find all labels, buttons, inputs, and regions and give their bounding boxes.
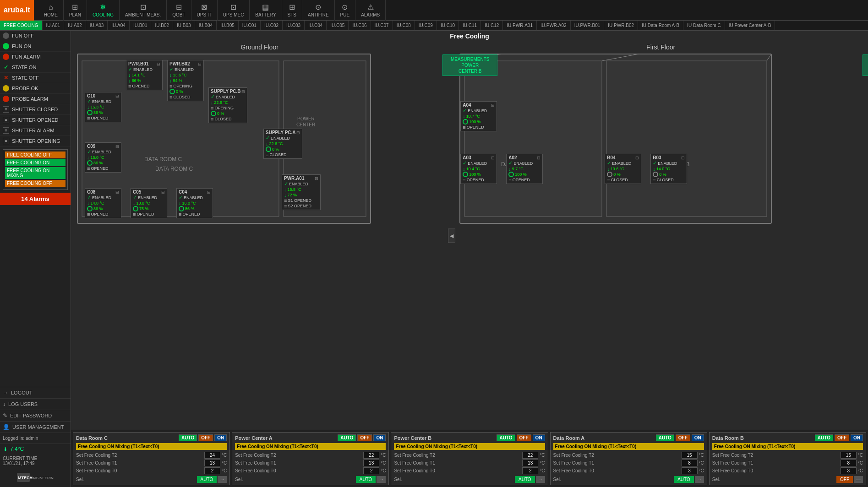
- tab-iu-c08[interactable]: IU.C08: [393, 21, 415, 31]
- zone-t2-input-3[interactable]: [682, 452, 698, 459]
- nav-home[interactable]: ⌂HOME: [38, 0, 64, 21]
- zone-sel-auto-3[interactable]: AUTO: [674, 476, 694, 483]
- a02-settings[interactable]: ⊟: [537, 156, 540, 160]
- tab-iu-c06[interactable]: IU.C06: [349, 21, 371, 31]
- zone-t2-input-0[interactable]: [204, 452, 220, 459]
- nav-plan[interactable]: ⊞PLAN: [64, 0, 87, 21]
- zone-t1-input-1[interactable]: [363, 460, 379, 466]
- meas-btn-data-room-ab[interactable]: MEASUREMENTS DATAROOM A-B: [863, 54, 868, 76]
- b04-settings[interactable]: ⊟: [635, 156, 639, 160]
- zone-btn-on-pca[interactable]: ON: [373, 434, 386, 441]
- a04-settings[interactable]: ⊟: [491, 103, 495, 108]
- tab-iu-power-center-ab[interactable]: IU Power Center A-B: [725, 21, 775, 31]
- zone-btn-auto-dra[interactable]: AUTO: [656, 434, 674, 441]
- zone-t0-input-4[interactable]: [841, 467, 857, 474]
- zone-t2-input-1[interactable]: [363, 452, 379, 459]
- nav-upsit[interactable]: ⊠UPS IT: [191, 0, 218, 21]
- a03-settings[interactable]: ⊟: [491, 156, 495, 160]
- tab-iu-a02[interactable]: IU.A02: [64, 21, 86, 31]
- tab-iu-c10[interactable]: IU.C10: [437, 21, 459, 31]
- zone-t1-input-0[interactable]: [204, 460, 220, 466]
- zone-btn-auto-data-room-c[interactable]: AUTO: [179, 434, 197, 441]
- nav-qgbt[interactable]: ⊟QGBT: [167, 0, 191, 21]
- zone-btn-off-dra[interactable]: OFF: [676, 434, 690, 441]
- tab-iu-c11[interactable]: IU.C11: [459, 21, 481, 31]
- pwr-a01-settings[interactable]: ⊟: [315, 176, 318, 181]
- tab-iu-c05[interactable]: IU.C05: [327, 21, 349, 31]
- tab-free-cooling[interactable]: FREE COOLING: [0, 21, 43, 31]
- nav-battery[interactable]: ▦BATTERY: [250, 0, 282, 21]
- nav-alarms[interactable]: ⚠ALARMS: [355, 0, 386, 21]
- nav-ambient[interactable]: ⊡AMBIENT MEAS.: [120, 0, 167, 21]
- zone-sel-arrow-1[interactable]: →: [377, 476, 386, 483]
- collapse-button[interactable]: ◀: [448, 229, 455, 243]
- supply-pc-a-settings[interactable]: ⊟: [296, 130, 300, 135]
- zone-btn-auto-pcb[interactable]: AUTO: [497, 434, 515, 441]
- c04-settings[interactable]: ⊟: [207, 190, 211, 195]
- zone-sel-auto-0[interactable]: AUTO: [197, 476, 217, 483]
- zone-sel-off-4[interactable]: OFF: [836, 476, 853, 483]
- c05-settings[interactable]: ⊟: [161, 190, 165, 195]
- nav-upsmec[interactable]: ⊡UPS MEC: [218, 0, 250, 21]
- edit-password-action[interactable]: ✎ EDIT PASSWORD: [0, 410, 71, 421]
- tab-iu-c09[interactable]: IU.C09: [415, 21, 437, 31]
- nav-pue[interactable]: ⊙PUE: [335, 0, 356, 21]
- logout-action[interactable]: → LOGOUT: [0, 387, 71, 398]
- c09-settings[interactable]: ⊟: [115, 144, 119, 149]
- zone-t0-input-2[interactable]: [522, 467, 538, 474]
- tab-iu-c01[interactable]: IU.C01: [239, 21, 261, 31]
- tab-iu-c03[interactable]: IU.C03: [283, 21, 305, 31]
- c10-settings[interactable]: ⊟: [115, 94, 119, 98]
- tab-iu-b01[interactable]: IU.B01: [130, 21, 152, 31]
- zone-t1-input-3[interactable]: [682, 460, 698, 466]
- pwr-b02-settings[interactable]: ⊟: [198, 62, 202, 66]
- tab-iu-a04[interactable]: IU.A04: [108, 21, 130, 31]
- zone-sel-arrow-3[interactable]: →: [695, 476, 704, 483]
- tab-iu-pwr-a02[interactable]: IU.PWR.A02: [537, 21, 571, 31]
- tab-iu-data-room-c[interactable]: IU Data Room C: [683, 21, 725, 31]
- zone-sel-dash-4[interactable]: —: [854, 476, 863, 483]
- zone-t2-input-4[interactable]: [841, 452, 857, 459]
- zone-t0-input-0[interactable]: [204, 467, 220, 474]
- tab-iu-data-room-ab[interactable]: IU Data Room A-B: [638, 21, 683, 31]
- tab-iu-c04[interactable]: IU.C04: [305, 21, 327, 31]
- zone-btn-on-drb[interactable]: ON: [851, 434, 863, 441]
- zone-t2-input-2[interactable]: [522, 452, 538, 459]
- nav-cooling[interactable]: ❄COOLING: [87, 0, 120, 21]
- zone-btn-on-data-room-c[interactable]: ON: [214, 434, 227, 441]
- zone-sel-arrow-0[interactable]: →: [218, 476, 227, 483]
- tab-iu-pwr-b01[interactable]: IU.PWR.B01: [571, 21, 605, 31]
- zone-sel-auto-2[interactable]: AUTO: [515, 476, 535, 483]
- nav-antifire[interactable]: ⊙ANTIFIRE: [302, 0, 335, 21]
- tab-iu-b02[interactable]: IU.B02: [151, 21, 173, 31]
- zone-sel-auto-1[interactable]: AUTO: [356, 476, 376, 483]
- tab-iu-a03[interactable]: IU.A03: [86, 21, 108, 31]
- tab-iu-c02[interactable]: IU.C02: [261, 21, 283, 31]
- tab-iu-pwr-b02[interactable]: IU.PWR.B02: [604, 21, 638, 31]
- zone-t1-input-2[interactable]: [522, 460, 538, 466]
- alarm-banner[interactable]: 14 Alarms: [0, 193, 71, 205]
- zone-t1-input-4[interactable]: [841, 460, 857, 466]
- tab-iu-b03[interactable]: IU.B03: [173, 21, 195, 31]
- zone-btn-auto-pca[interactable]: AUTO: [338, 434, 356, 441]
- zone-t0-input-3[interactable]: [682, 467, 698, 474]
- nav-sts[interactable]: ⊞STS: [282, 0, 302, 21]
- tab-iu-b04[interactable]: IU.B04: [195, 21, 217, 31]
- supply-pc-b-settings[interactable]: ⊟: [241, 89, 245, 94]
- zone-btn-off-pca[interactable]: OFF: [357, 434, 372, 441]
- tab-iu-c07[interactable]: IU.C07: [371, 21, 393, 31]
- b03-settings[interactable]: ⊟: [681, 156, 685, 160]
- tab-iu-pwr-a01[interactable]: IU.PWR.A01: [503, 21, 537, 31]
- pwr-b01-settings[interactable]: ⊟: [157, 62, 160, 66]
- user-management-action[interactable]: 👤 USER MANAGEMENT: [0, 421, 71, 433]
- zone-t0-input-1[interactable]: [363, 467, 379, 474]
- log-users-action[interactable]: ↓ LOG USERS: [0, 398, 71, 410]
- tab-iu-c12[interactable]: IU.C12: [481, 21, 503, 31]
- tab-iu-b05[interactable]: IU.B05: [217, 21, 239, 31]
- zone-btn-on-dra[interactable]: ON: [692, 434, 704, 441]
- zone-btn-off-pcb[interactable]: OFF: [517, 434, 531, 441]
- zone-btn-on-pcb[interactable]: ON: [533, 434, 545, 441]
- zone-btn-off-data-room-c[interactable]: OFF: [198, 434, 213, 441]
- meas-btn-power-center-b[interactable]: MEASUREMENTS POWERCENTER B: [442, 54, 497, 76]
- zone-btn-off-drb[interactable]: OFF: [835, 434, 849, 441]
